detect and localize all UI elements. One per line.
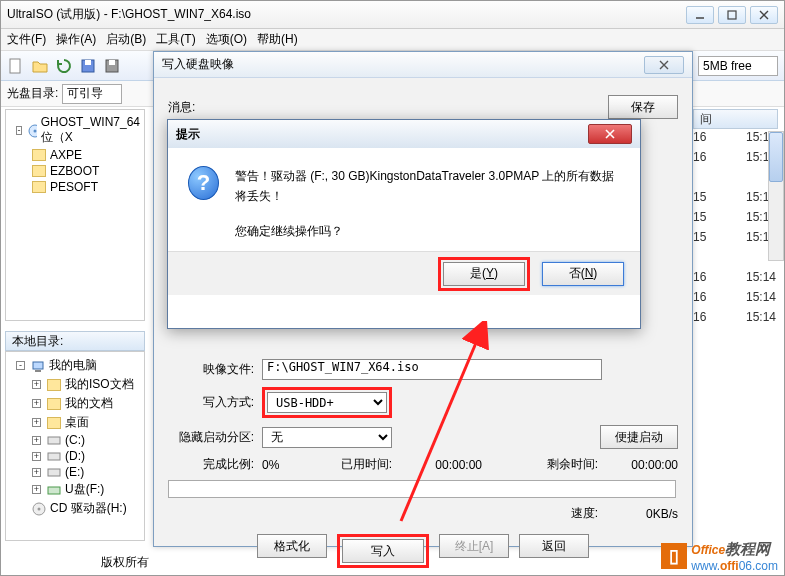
- format-button[interactable]: 格式化: [257, 534, 327, 558]
- local-tree: -我的电脑 +我的ISO文档 +我的文档 +桌面 +(C:) +(D:) +(E…: [5, 351, 145, 541]
- disc-dir-label: 光盘目录:: [7, 85, 58, 102]
- window-title: UltraISO (试用版) - F:\GHOST_WIN7_X64.iso: [7, 6, 682, 23]
- tree-item-axpe[interactable]: AXPE: [26, 147, 140, 163]
- write-mode-label: 写入方式:: [168, 394, 254, 411]
- tree-mypc[interactable]: -我的电脑: [10, 356, 140, 375]
- scrollbar-thumb[interactable]: [769, 132, 783, 182]
- svg-rect-10: [35, 370, 41, 372]
- tree-item-ezboot[interactable]: EZBOOT: [26, 163, 140, 179]
- elapsed-value: 00:00:00: [392, 458, 482, 472]
- reload-icon[interactable]: [55, 57, 73, 75]
- tree-drive-c[interactable]: +(C:): [26, 432, 140, 448]
- speed-value: 0KB/s: [598, 507, 678, 521]
- menu-action[interactable]: 操作(A): [56, 31, 96, 48]
- remain-label: 剩余时间:: [547, 456, 598, 473]
- tree-cd-h[interactable]: CD 驱动器(H:): [26, 499, 140, 518]
- drive-icon: [47, 450, 61, 462]
- confirm-message: 警告！驱动器 (F:, 30 GB)KingstonDataTraveler 3…: [235, 166, 620, 241]
- tree-my-docs[interactable]: +我的文档: [26, 394, 140, 413]
- disc-icon: [28, 124, 36, 138]
- tree-iso-docs[interactable]: +我的ISO文档: [26, 375, 140, 394]
- svg-point-16: [38, 507, 41, 510]
- svg-rect-9: [33, 362, 43, 369]
- return-button[interactable]: 返回: [519, 534, 589, 558]
- scrollbar[interactable]: [768, 131, 784, 261]
- elapsed-label: 已用时间:: [322, 456, 392, 473]
- yes-button[interactable]: 是(Y): [443, 262, 525, 286]
- write-button[interactable]: 写入: [342, 539, 424, 563]
- dialog-title: 写入硬盘映像: [162, 56, 644, 73]
- maximize-button[interactable]: [718, 6, 746, 24]
- svg-rect-14: [48, 487, 60, 494]
- collapse-icon[interactable]: -: [16, 361, 25, 370]
- right-list-peek: 间 1615:14 1615:14 1515:14 1515:14 1515:1…: [693, 109, 778, 330]
- tree-usb-f[interactable]: +U盘(F:): [26, 480, 140, 499]
- done-ratio-value: 0%: [262, 458, 322, 472]
- collapse-icon[interactable]: -: [16, 126, 22, 135]
- minimize-button[interactable]: [686, 6, 714, 24]
- folder-icon: [32, 165, 46, 177]
- tree-drive-e[interactable]: +(E:): [26, 464, 140, 480]
- progress-bar: [168, 480, 676, 498]
- drive-icon: [47, 466, 61, 478]
- folder-icon: [32, 149, 46, 161]
- save-icon[interactable]: [79, 57, 97, 75]
- tree-desktop[interactable]: +桌面: [26, 413, 140, 432]
- svg-rect-1: [728, 11, 736, 19]
- watermark: ▯ Office教程网 www.offi06.com: [661, 539, 778, 573]
- svg-point-8: [34, 129, 37, 132]
- hide-boot-label: 隐藏启动分区:: [168, 429, 254, 446]
- menu-tools[interactable]: 工具(T): [156, 31, 195, 48]
- watermark-icon: ▯: [661, 543, 687, 569]
- close-button[interactable]: [750, 6, 778, 24]
- saveas-icon[interactable]: [103, 57, 121, 75]
- svg-rect-6: [109, 60, 115, 65]
- usb-icon: [47, 484, 61, 496]
- folder-icon: [47, 379, 61, 391]
- tree-root-label: GHOST_WIN7_64位（X: [41, 115, 140, 146]
- question-icon: ?: [188, 166, 219, 200]
- dialog-titlebar: 写入硬盘映像: [154, 52, 692, 78]
- dialog-close-button[interactable]: [644, 56, 684, 74]
- svg-rect-13: [48, 469, 60, 476]
- open-icon[interactable]: [31, 57, 49, 75]
- message-label: 消息:: [168, 99, 195, 116]
- menu-file[interactable]: 文件(F): [7, 31, 46, 48]
- tree-item-pesoft[interactable]: PESOFT: [26, 179, 140, 195]
- computer-icon: [31, 359, 45, 373]
- write-mode-select[interactable]: USB-HDD+: [267, 392, 387, 413]
- disc-tree: - GHOST_WIN7_64位（X AXPE EZBOOT PESOFT: [5, 109, 145, 321]
- hide-boot-select[interactable]: 无: [262, 427, 392, 448]
- quick-boot-button[interactable]: 便捷启动: [600, 425, 678, 449]
- svg-rect-2: [10, 59, 20, 73]
- svg-rect-4: [85, 60, 91, 65]
- menu-help[interactable]: 帮助(H): [257, 31, 298, 48]
- copyright-label: 版权所有: [101, 554, 149, 571]
- folder-icon: [47, 417, 61, 429]
- folder-icon: [32, 181, 46, 193]
- menu-options[interactable]: 选项(O): [206, 31, 247, 48]
- image-file-value: F:\GHOST_WIN7_X64.iso: [262, 359, 602, 380]
- tree-root[interactable]: - GHOST_WIN7_64位（X: [10, 114, 140, 147]
- cd-icon: [32, 502, 46, 516]
- done-ratio-label: 完成比例:: [168, 456, 254, 473]
- save-button[interactable]: 保存: [608, 95, 678, 119]
- speed-label: 速度:: [571, 505, 598, 522]
- confirm-dialog: 提示 ? 警告！驱动器 (F:, 30 GB)KingstonDataTrave…: [167, 119, 641, 329]
- drive-icon: [47, 434, 61, 446]
- image-file-label: 映像文件:: [168, 361, 254, 378]
- no-button[interactable]: 否(N): [542, 262, 624, 286]
- disc-dir-value[interactable]: 可引导: [62, 84, 122, 104]
- tree-drive-d[interactable]: +(D:): [26, 448, 140, 464]
- col-header-time[interactable]: 间: [693, 109, 778, 129]
- new-icon[interactable]: [7, 57, 25, 75]
- menu-boot[interactable]: 启动(B): [106, 31, 146, 48]
- svg-rect-11: [48, 437, 60, 444]
- folder-icon: [47, 398, 61, 410]
- main-titlebar: UltraISO (试用版) - F:\GHOST_WIN7_X64.iso: [1, 1, 784, 29]
- local-dir-header: 本地目录:: [5, 331, 145, 351]
- menubar: 文件(F) 操作(A) 启动(B) 工具(T) 选项(O) 帮助(H): [1, 29, 784, 51]
- free-space-field: 5MB free: [698, 56, 778, 76]
- confirm-close-button[interactable]: [588, 124, 632, 144]
- abort-button: 终止[A]: [439, 534, 509, 558]
